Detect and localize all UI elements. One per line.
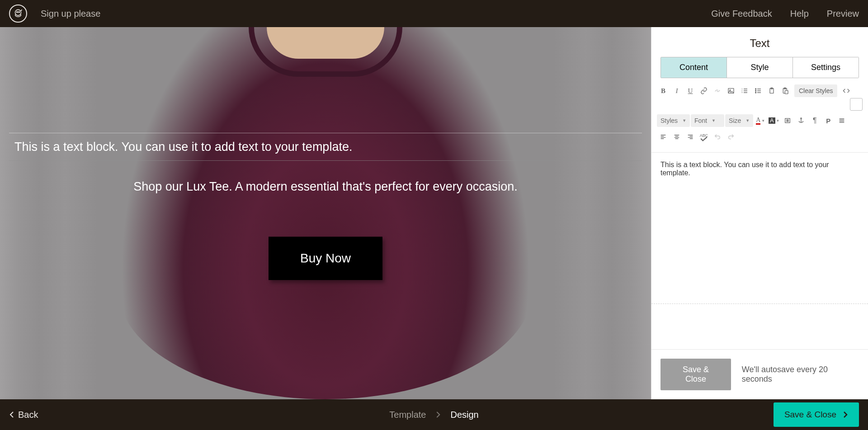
align-center-icon (673, 133, 680, 140)
hero-content: This is a text block. You can use it to … (0, 27, 651, 399)
caret-down-icon: ▼ (682, 118, 686, 123)
hero-subtitle[interactable]: Shop our Lux Tee. A modern essential tha… (133, 180, 518, 194)
canvas[interactable]: This is a text block. You can use it to … (0, 27, 651, 399)
font-dropdown-label: Font (694, 117, 707, 124)
unlink-icon (714, 87, 721, 94)
paragraph-button[interactable]: ¶ (808, 114, 821, 127)
buy-now-button[interactable]: Buy Now (269, 237, 382, 280)
tab-content[interactable]: Content (661, 57, 726, 78)
back-label: Back (18, 410, 38, 420)
font-dropdown[interactable]: Font▼ (691, 114, 724, 127)
bg-color-icon: A (769, 117, 775, 124)
breadcrumb: Template Design (389, 410, 478, 420)
text-block-selected[interactable]: This is a text block. You can use it to … (9, 133, 642, 161)
text-editor[interactable]: This is a text block. You can use it to … (651, 153, 868, 304)
bold-icon: B (661, 87, 665, 95)
merge-tags-button[interactable] (781, 114, 794, 127)
caret-down-icon: ▼ (745, 118, 750, 123)
chevron-right-icon (436, 411, 440, 418)
ordered-list-icon: 123 (741, 87, 748, 94)
autosave-message: We'll autosave every 20 seconds (742, 365, 859, 384)
paragraph-icon: ¶ (813, 117, 817, 125)
text-block-content: This is a text block. You can use it to … (14, 140, 637, 154)
link-button[interactable] (698, 84, 710, 97)
crumb-design[interactable]: Design (450, 410, 478, 420)
save-close-primary-label: Save & Close (784, 410, 836, 420)
image-icon (727, 87, 735, 94)
underline-icon: U (688, 87, 693, 95)
size-dropdown-label: Size (729, 117, 741, 124)
text-color-button[interactable]: A▼ (754, 114, 767, 127)
anchor-button[interactable] (795, 114, 807, 127)
paste-text-icon (782, 87, 789, 94)
main-area: This is a text block. You can use it to … (0, 27, 868, 399)
svg-point-2 (19, 12, 19, 13)
campaign-title[interactable]: Sign up please (41, 9, 100, 19)
svg-point-8 (755, 89, 756, 89)
give-feedback-link[interactable]: Give Feedback (711, 9, 772, 19)
bg-color-button[interactable]: A▼ (768, 114, 780, 127)
svg-point-4 (730, 90, 731, 91)
panel-tabs: Content Style Settings (660, 57, 859, 78)
text-color-icon: A (756, 117, 760, 125)
image-button[interactable] (725, 84, 737, 97)
save-close-primary-button[interactable]: Save & Close (774, 402, 859, 427)
code-icon (843, 87, 850, 94)
paste-icon (768, 87, 775, 94)
svg-rect-15 (785, 90, 788, 93)
chevron-right-icon (843, 411, 848, 418)
paste-button[interactable] (765, 84, 778, 97)
help-link[interactable]: Help (790, 9, 809, 19)
top-bar: Sign up please Give Feedback Help Previe… (0, 0, 868, 27)
svg-text:3: 3 (741, 91, 743, 93)
svg-point-18 (801, 118, 802, 119)
size-dropdown[interactable]: Size▼ (725, 114, 753, 127)
redo-button (725, 131, 737, 143)
align-center-button[interactable] (670, 131, 683, 143)
crumb-template[interactable]: Template (389, 410, 426, 420)
align-left-button[interactable] (657, 131, 670, 143)
tab-style[interactable]: Style (726, 57, 793, 78)
rich-text-toolbar: B I U 123 Clear Styles Styles▼ Font▼ Siz… (651, 78, 868, 150)
anchor-icon (797, 117, 805, 124)
align-right-button[interactable] (684, 131, 697, 143)
clear-styles-button[interactable]: Clear Styles (794, 84, 837, 97)
justify-button[interactable] (835, 114, 848, 127)
unlink-button (711, 84, 724, 97)
align-left-icon (660, 133, 667, 140)
panel-footer: Save & Close We'll autosave every 20 sec… (651, 349, 868, 399)
svg-point-9 (755, 90, 756, 91)
italic-button[interactable]: I (670, 84, 683, 97)
mailchimp-icon (12, 8, 24, 19)
styles-dropdown-label: Styles (660, 117, 678, 124)
fullscreen-button[interactable] (850, 98, 863, 111)
tab-settings[interactable]: Settings (793, 57, 859, 78)
unordered-list-button[interactable] (752, 84, 764, 97)
brand-logo[interactable] (9, 5, 27, 23)
undo-icon (714, 133, 721, 140)
undo-button (711, 131, 724, 143)
link-icon (700, 87, 708, 94)
panel-title: Text (651, 27, 868, 57)
styles-dropdown[interactable]: Styles▼ (657, 114, 690, 127)
back-button[interactable]: Back (9, 410, 38, 420)
spellcheck-button[interactable]: ABC (698, 131, 710, 143)
editor-content: This is a text block. You can use it to … (660, 161, 829, 177)
preview-link[interactable]: Preview (827, 9, 859, 19)
spellcheck-icon: ABC (700, 135, 708, 139)
source-code-button[interactable] (840, 84, 853, 97)
editor-panel: Text Content Style Settings B I U 123 Cl… (651, 27, 868, 399)
paste-text-button[interactable] (779, 84, 792, 97)
bottom-bar: Back Template Design Save & Close (0, 399, 868, 430)
justify-icon (838, 117, 845, 124)
unordered-list-icon (755, 87, 762, 94)
chevron-left-icon (9, 411, 14, 418)
ordered-list-button[interactable]: 123 (738, 84, 751, 97)
svg-point-0 (15, 9, 21, 15)
ltr-button[interactable]: P (822, 114, 835, 127)
underline-button[interactable]: U (684, 84, 697, 97)
bold-button[interactable]: B (657, 84, 670, 97)
caret-down-icon: ▼ (712, 118, 716, 123)
panel-save-close-button[interactable]: Save & Close (660, 359, 731, 390)
redo-icon (727, 133, 735, 140)
